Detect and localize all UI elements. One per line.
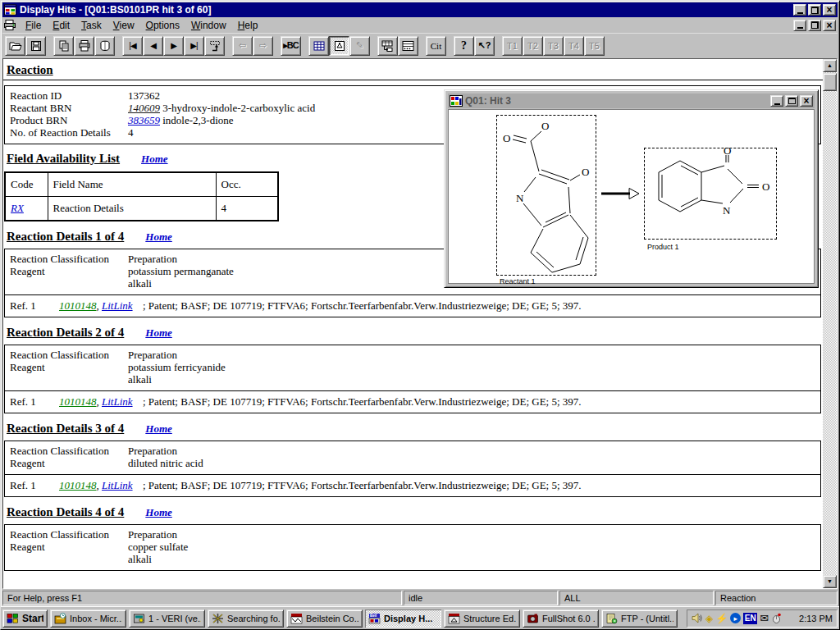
reagent-label: Reagent (10, 541, 128, 553)
scrollbar-thumb[interactable] (823, 73, 837, 91)
atom-label: N (516, 192, 524, 204)
start-button[interactable]: Start (2, 609, 48, 628)
atom-label: O (541, 120, 549, 132)
task-beilstein-commander[interactable]: Beilstein Co... (286, 609, 363, 628)
home-link[interactable]: Home (141, 153, 168, 165)
ref-separator: , (97, 395, 99, 408)
language-indicator[interactable]: EN (743, 613, 757, 624)
home-link[interactable]: Home (145, 326, 172, 339)
menu-options[interactable]: Options (140, 18, 185, 33)
t1-button[interactable]: T1 (502, 36, 523, 56)
export-list-button[interactable] (398, 36, 418, 56)
menu-window[interactable]: Window (185, 18, 232, 33)
task-ftp[interactable]: FTP - (Untitl... (601, 609, 678, 628)
task-structure-editor[interactable]: Structure Ed... (444, 609, 520, 628)
minimize-button[interactable] (793, 4, 806, 16)
col-header-field-name: Field Name (48, 172, 216, 197)
field-label: No. of Reaction Details (10, 126, 128, 139)
back-button[interactable]: ⇦ (232, 36, 253, 56)
mdi-close-button[interactable]: × (823, 20, 836, 31)
save-button[interactable] (25, 36, 46, 56)
col-header-occ: Occ. (216, 172, 278, 197)
vertical-scrollbar[interactable]: ▲ ▼ (823, 59, 837, 588)
organizer-icon[interactable]: ◈ (705, 613, 713, 624)
heading-rule (3, 80, 823, 80)
hit-minimize-button[interactable] (770, 95, 783, 107)
table-view-button[interactable] (308, 36, 329, 56)
last-record-button[interactable]: ▶| (184, 36, 204, 56)
hit-close-button[interactable]: × (800, 95, 813, 107)
ref-citation-text: ; Patent; BASF; DE 107719; FTFVA6; Forts… (143, 479, 815, 492)
citation-id-link[interactable]: 1010148 (59, 479, 97, 491)
close-button[interactable]: × (823, 4, 836, 16)
scroll-up-button[interactable]: ▲ (823, 59, 837, 72)
task-searching[interactable]: Searching fo... (208, 609, 284, 628)
field-label: Reaction ID (10, 89, 128, 102)
draw-structure-button[interactable]: ✎ (349, 36, 370, 56)
mail-icon[interactable]: ✉ (760, 612, 769, 624)
task-fullshot[interactable]: FullShot 6.0 ... (523, 609, 599, 628)
t5-button[interactable]: T5 (584, 36, 605, 56)
reactant-brn-link[interactable]: 140609 (128, 102, 160, 114)
hit-window-titlebar[interactable]: Q01: Hit 3 × (448, 94, 815, 108)
clock[interactable]: 2:13 PM (799, 614, 833, 623)
menu-task[interactable]: Task (75, 18, 107, 33)
citation-id-link[interactable]: 1010148 (59, 395, 97, 408)
goto-record-button[interactable] (204, 36, 225, 56)
export-grid-button[interactable] (377, 36, 398, 56)
open-button[interactable] (5, 36, 25, 56)
scrollbar-track[interactable] (823, 72, 837, 575)
next-record-button[interactable]: ▶ (163, 36, 184, 56)
menu-view[interactable]: View (107, 18, 140, 33)
mdi-restore-button[interactable] (808, 20, 821, 31)
field-value: indole-2,3-dione (162, 114, 233, 126)
rx-link[interactable]: RX (11, 202, 24, 214)
capture-tray-icon[interactable] (771, 613, 782, 623)
litlink-link[interactable]: LitLink (102, 299, 133, 312)
task-veri[interactable]: 1 - VERI (ve... (129, 609, 205, 628)
mdi-minimize-button[interactable] (793, 20, 806, 31)
litlink-link[interactable]: LitLink (102, 395, 133, 408)
help-button[interactable]: ? (454, 36, 474, 56)
bc-button[interactable]: ▸BC (281, 36, 301, 56)
task-display-hits[interactable]: BeilDisplay H... (365, 609, 441, 628)
menu-help[interactable]: Help (232, 18, 264, 33)
messenger-icon[interactable]: ⚡ (715, 613, 728, 624)
classification-label: Reaction Classification (10, 445, 128, 457)
restore-button[interactable] (808, 4, 821, 16)
start-label: Start (22, 613, 43, 624)
t2-button[interactable]: T2 (523, 36, 543, 56)
database-button[interactable] (94, 36, 115, 56)
reagent-value: alkali (128, 553, 815, 565)
litlink-link[interactable]: LitLink (102, 479, 133, 491)
forward-button[interactable]: ⇨ (253, 36, 273, 56)
task-inbox[interactable]: Inbox - Micr... (50, 609, 126, 628)
cell-field-name: Reaction Details (48, 197, 216, 221)
reference-row: Ref. 1 1010148, LitLink ; Patent; BASF; … (5, 390, 820, 413)
home-link[interactable]: Home (145, 506, 172, 518)
mdi-system-icon[interactable] (3, 19, 16, 31)
svg-text:Beil: Beil (370, 614, 377, 618)
product-structure: O O N (644, 148, 777, 240)
inbox-icon (54, 613, 66, 624)
home-link[interactable]: Home (145, 231, 172, 243)
menu-file[interactable]: File (20, 18, 47, 33)
table-row: RX Reaction Details 4 (5, 197, 278, 221)
volume-icon[interactable] (692, 613, 703, 623)
citation-button[interactable]: Cit (426, 36, 446, 56)
t3-button[interactable]: T3 (543, 36, 564, 56)
prev-record-button[interactable]: ◀ (143, 36, 163, 56)
citation-id-link[interactable]: 1010148 (59, 299, 97, 312)
product-brn-link[interactable]: 383659 (128, 114, 160, 126)
first-record-button[interactable]: |◀ (122, 36, 143, 56)
print-button[interactable] (74, 36, 94, 56)
home-link[interactable]: Home (145, 422, 172, 435)
realplayer-icon[interactable]: ▸ (730, 613, 741, 623)
t4-button[interactable]: T4 (564, 36, 584, 56)
menu-edit[interactable]: Edit (47, 18, 75, 33)
hit-maximize-button[interactable] (785, 95, 798, 107)
copy-button[interactable] (53, 36, 74, 56)
context-help-button[interactable]: ↖? (474, 36, 495, 56)
display-structure-button[interactable] (329, 36, 349, 56)
scroll-down-button[interactable]: ▼ (823, 575, 837, 588)
